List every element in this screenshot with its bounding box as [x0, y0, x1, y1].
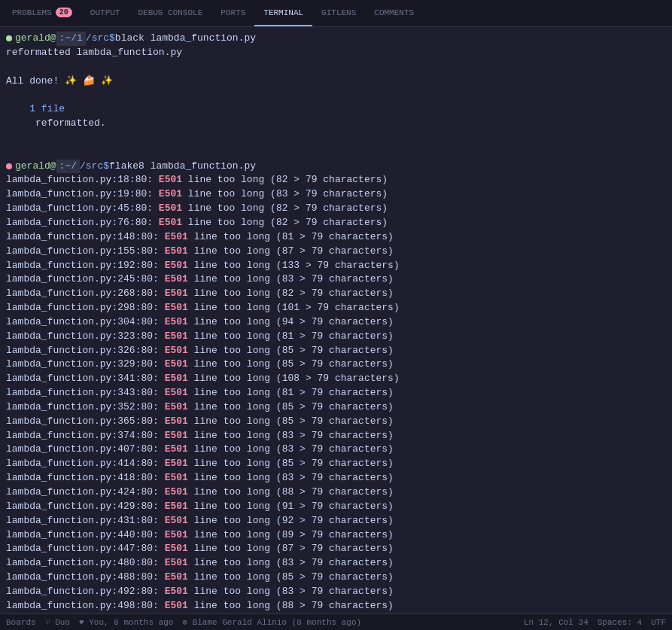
error-line: lambda_function.py:488:80: E501 line too…	[6, 571, 666, 585]
error-line: lambda_function.py:19:80: E501 line too …	[6, 187, 666, 202]
error-line: lambda_function.py:407:80: E501 line too…	[6, 443, 666, 457]
tab-comments[interactable]: COMMENTS	[365, 0, 423, 26]
tab-debug-console-label: DEBUG CONSOLE	[138, 8, 202, 17]
prompt-dot-red	[6, 163, 12, 169]
prompt2-cmd: flake8 lambda_function.py	[109, 160, 256, 174]
error-line: lambda_function.py:323:80: E501 line too…	[6, 330, 666, 344]
error-line: lambda_function.py:76:80: E501 line too …	[6, 216, 666, 230]
error-line: lambda_function.py:45:80: E501 line too …	[6, 202, 666, 216]
status-spaces: Spaces: 4	[598, 618, 642, 627]
error-line: lambda_function.py:298:80: E501 line too…	[6, 301, 666, 315]
status-you: ♥ You, 8 months ago	[79, 618, 173, 627]
status-encoding: UTF	[651, 618, 666, 627]
error-line: lambda_function.py:341:80: E501 line too…	[6, 372, 666, 386]
prompt2-user: gerald@	[15, 160, 56, 174]
status-bar: Boards ⑂ Duo ♥ You, 8 months ago ⊕ Blame…	[0, 613, 672, 630]
blank-line-2	[6, 145, 666, 160]
terminal-prompt-black: gerald@ :~/i /src$ black lambda_function…	[6, 32, 666, 46]
error-line: lambda_function.py:148:80: E501 line too…	[6, 230, 666, 245]
blank-line-1	[6, 60, 666, 75]
error-line: lambda_function.py:418:80: E501 line too…	[6, 471, 666, 485]
status-boards: Boards	[6, 618, 36, 627]
error-line: lambda_function.py:424:80: E501 line too…	[6, 485, 666, 500]
tab-ports[interactable]: PORTS	[211, 0, 254, 26]
error-line: lambda_function.py:480:80: E501 line too…	[6, 556, 666, 571]
tab-problems-badge: 20	[56, 8, 72, 17]
prompt-dot-green	[6, 35, 12, 41]
error-line: lambda_function.py:329:80: E501 line too…	[6, 358, 666, 372]
prompt2-src: /src$	[80, 160, 109, 174]
error-line: lambda_function.py:268:80: E501 line too…	[6, 287, 666, 301]
error-line: lambda_function.py:447:80: E501 line too…	[6, 542, 666, 556]
tab-problems-label: PROBLEMS	[12, 8, 52, 17]
prompt1-user: gerald@	[15, 32, 56, 46]
error-line: lambda_function.py:492:80: E501 line too…	[6, 585, 666, 599]
tab-output-label: OUTPUT	[90, 8, 120, 17]
terminal-prompt-flake8: gerald@ :~/ /src$ flake8 lambda_function…	[6, 160, 666, 174]
error-line: lambda_function.py:498:80: E501 line too…	[6, 599, 666, 613]
error-line: lambda_function.py:192:80: E501 line too…	[6, 259, 666, 273]
terminal-output[interactable]: gerald@ :~/i /src$ black lambda_function…	[0, 27, 672, 613]
tab-gitlens[interactable]: GITLENS	[312, 0, 365, 26]
error-line: lambda_function.py:155:80: E501 line too…	[6, 245, 666, 259]
all-done-line: All done! ✨ 🍰 ✨	[6, 75, 666, 89]
one-file-line: 1 file reformatted.	[6, 88, 666, 145]
tab-comments-label: COMMENTS	[374, 8, 414, 17]
error-line: lambda_function.py:440:80: E501 line too…	[6, 528, 666, 543]
one-file-count: 1 file	[29, 103, 65, 114]
error-line: lambda_function.py:18:80: E501 line too …	[6, 173, 666, 187]
error-line: lambda_function.py:374:80: E501 line too…	[6, 429, 666, 443]
tab-problems[interactable]: PROBLEMS 20	[3, 0, 81, 26]
error-line: lambda_function.py:304:80: E501 line too…	[6, 315, 666, 330]
prompt1-src: /src$	[86, 32, 115, 46]
status-duo: ⑂ Duo	[45, 618, 70, 627]
one-file-text: reformatted.	[29, 117, 105, 129]
error-line: lambda_function.py:365:80: E501 line too…	[6, 415, 666, 429]
tab-gitlens-label: GITLENS	[321, 8, 356, 17]
tab-terminal-label: TERMINAL	[263, 8, 303, 17]
tab-terminal[interactable]: TERMINAL	[254, 0, 312, 26]
error-line: lambda_function.py:343:80: E501 line too…	[6, 386, 666, 400]
error-line: lambda_function.py:352:80: E501 line too…	[6, 400, 666, 415]
status-left: Boards ⑂ Duo ♥ You, 8 months ago ⊕ Blame…	[6, 617, 361, 627]
error-line: lambda_function.py:431:80: E501 line too…	[6, 514, 666, 528]
error-lines-container: lambda_function.py:18:80: E501 line too …	[6, 173, 666, 613]
reformatted-line: reformatted lambda_function.py	[6, 46, 666, 60]
prompt1-cmd: black lambda_function.py	[115, 32, 256, 46]
error-line: lambda_function.py:245:80: E501 line too…	[6, 272, 666, 287]
status-blame: ⊕ Blame Gerald Alinio (8 months ago)	[182, 617, 361, 627]
error-line: lambda_function.py:326:80: E501 line too…	[6, 344, 666, 358]
status-position: Ln 12, Col 34	[524, 618, 588, 627]
tab-debug-console[interactable]: DEBUG CONSOLE	[129, 0, 211, 26]
status-right: Ln 12, Col 34 Spaces: 4 UTF	[524, 618, 666, 627]
prompt2-path: :~/	[56, 160, 80, 174]
tab-output[interactable]: OUTPUT	[81, 0, 129, 26]
tab-ports-label: PORTS	[220, 8, 245, 17]
prompt1-path: :~/i	[56, 32, 86, 46]
error-line: lambda_function.py:414:80: E501 line too…	[6, 457, 666, 471]
error-line: lambda_function.py:429:80: E501 line too…	[6, 500, 666, 514]
tab-bar: PROBLEMS 20 OUTPUT DEBUG CONSOLE PORTS T…	[0, 0, 672, 27]
